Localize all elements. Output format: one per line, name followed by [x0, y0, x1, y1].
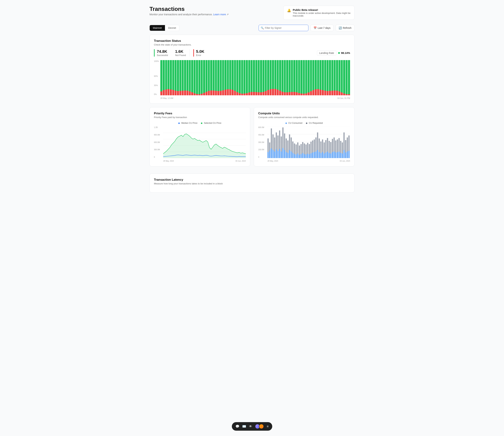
- bar-green: [270, 60, 271, 89]
- bar-red: [189, 91, 191, 95]
- bar-col: [213, 60, 215, 95]
- svg-rect-60: [268, 152, 269, 158]
- svg-rect-65: [276, 150, 277, 158]
- bar-red: [229, 89, 231, 95]
- chat-button[interactable]: 💬: [235, 424, 239, 428]
- svg-rect-73: [289, 150, 290, 158]
- bar-green: [205, 60, 207, 92]
- bar-green: [255, 60, 257, 92]
- bar-green: [348, 60, 350, 94]
- y-label-30: 30%: [154, 84, 158, 86]
- svg-rect-68: [281, 152, 282, 158]
- svg-rect-94: [324, 154, 325, 158]
- svg-rect-108: [347, 152, 348, 158]
- tab-mainnet[interactable]: Mainnet: [150, 25, 165, 31]
- bar-red: [334, 91, 336, 95]
- bar-col: [336, 60, 338, 95]
- bar-green: [222, 60, 224, 90]
- bar-red: [194, 93, 196, 95]
- bar-green: [217, 60, 219, 91]
- bar-red: [251, 92, 252, 95]
- bar-col: [194, 60, 196, 95]
- page-title: Transactions: [149, 6, 229, 12]
- bar-col: [196, 60, 198, 95]
- menu-button[interactable]: ≡: [267, 425, 269, 428]
- bar-green: [179, 60, 181, 91]
- cu-legend: CU Consumed CU Requested: [258, 122, 350, 124]
- mail-button[interactable]: ✉️: [242, 424, 246, 428]
- pf-x-labels: 28 May, 2024 04 Jun, 2024: [163, 160, 246, 162]
- y-label-60: 60%: [154, 75, 158, 77]
- bar-green: [248, 60, 250, 92]
- bar-green: [182, 60, 184, 91]
- bar-green: [165, 60, 167, 90]
- bar-col: [182, 60, 184, 95]
- bottom-toolbar: 💬 ✉️ 👁 ≡: [232, 422, 272, 431]
- bar-green: [224, 60, 226, 90]
- bar-red: [329, 91, 331, 95]
- bar-red: [177, 91, 179, 95]
- bar-red: [205, 92, 207, 95]
- svg-rect-62: [271, 148, 272, 158]
- bar-col: [265, 60, 267, 95]
- svg-rect-74: [291, 152, 292, 158]
- view-button[interactable]: 👁: [249, 425, 252, 428]
- learn-more-link[interactable]: Learn more: [213, 13, 226, 16]
- bar-green: [253, 60, 255, 92]
- transaction-latency-card: Transaction Latency Measure how long you…: [149, 173, 355, 192]
- bar-red: [281, 92, 283, 95]
- bar-green: [274, 60, 276, 89]
- network-tabs: Mainnet Devnet: [149, 25, 179, 31]
- bar-red: [243, 93, 245, 95]
- bar-col: [234, 60, 236, 95]
- bar-red: [172, 90, 174, 95]
- bar-green: [305, 60, 307, 93]
- bar-red: [239, 93, 241, 95]
- landing-rate-value: 98.14%: [338, 51, 350, 54]
- bar-red: [298, 93, 300, 95]
- bar-green: [229, 60, 231, 89]
- refresh-button[interactable]: 🔄 Refresh: [336, 25, 355, 31]
- bar-col: [163, 60, 165, 95]
- svg-rect-64: [274, 152, 275, 158]
- bar-col: [286, 60, 288, 95]
- bar-col: [191, 60, 193, 95]
- bar-col: [341, 60, 343, 95]
- tab-devnet[interactable]: Devnet: [165, 25, 179, 31]
- tx-status-chart: 100% 60% 30% 0% 28 May, 12 AM 04 Jun, 01…: [154, 60, 350, 99]
- search-input[interactable]: [259, 25, 308, 31]
- bar-red: [241, 94, 243, 95]
- bar-green: [262, 60, 264, 92]
- bar-col: [284, 60, 286, 95]
- tx-status-title: Transaction Status: [154, 39, 350, 43]
- bar-col: [243, 60, 245, 95]
- bar-green: [196, 60, 198, 94]
- bar-green: [298, 60, 300, 93]
- page-subtitle: Monitor your transactions and analyze th…: [149, 13, 229, 16]
- cu-x-labels: 28 May, 2024 04 Jun, 2024: [268, 160, 350, 162]
- bar-col: [277, 60, 279, 95]
- svg-rect-102: [337, 152, 338, 158]
- bar-col: [291, 60, 293, 95]
- tx-status-subtitle: Check the state of your transactions.: [154, 43, 350, 46]
- bar-col: [203, 60, 205, 95]
- bar-red: [272, 89, 274, 95]
- bar-red: [274, 89, 276, 95]
- bar-green: [308, 60, 309, 92]
- bar-col: [172, 60, 174, 95]
- date-range-button[interactable]: 📅 Last 7 days: [310, 25, 334, 31]
- bar-col: [255, 60, 257, 95]
- bar-red: [184, 91, 186, 95]
- bar-green: [331, 60, 333, 91]
- bar-red: [179, 91, 181, 95]
- bar-green: [265, 60, 267, 91]
- bar-red: [260, 92, 262, 95]
- svg-rect-69: [282, 148, 283, 158]
- bar-red: [170, 90, 172, 95]
- bar-col: [319, 60, 321, 95]
- bar-green: [163, 60, 165, 90]
- svg-rect-109: [348, 151, 350, 158]
- bar-col: [298, 60, 300, 95]
- bar-col: [343, 60, 345, 95]
- bar-col: [184, 60, 186, 95]
